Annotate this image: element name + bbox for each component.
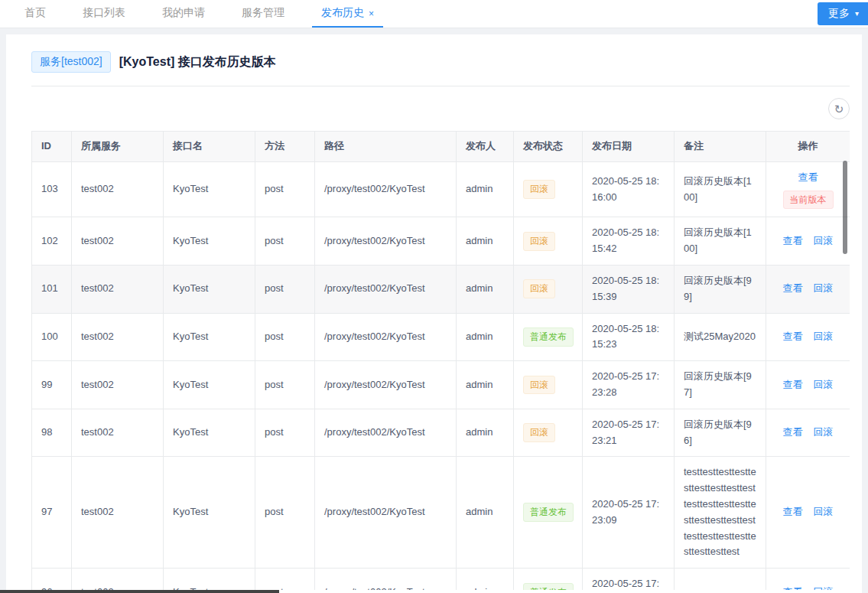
cell-service: test002 (72, 361, 164, 409)
cell-service: test002 (72, 161, 164, 217)
tab[interactable]: 服务管理 (232, 0, 294, 28)
view-link[interactable]: 查看 (798, 170, 818, 186)
column-header: 发布日期 (583, 132, 675, 162)
status-badge: 回滚 (523, 279, 555, 298)
cell-remark: 回滚历史版本[99] (675, 265, 766, 313)
rollback-link[interactable]: 回滚 (814, 377, 834, 393)
cell-actions: 查看 回滚 (766, 313, 850, 361)
tab[interactable]: 接口列表 (73, 0, 135, 28)
column-header: 备注 (675, 132, 766, 162)
view-link[interactable]: 查看 (783, 585, 803, 590)
cell-publisher: admin (457, 457, 514, 569)
rollback-link[interactable]: 回滚 (814, 329, 834, 345)
cell-api-name: KyoTest (164, 409, 255, 457)
cell-path: /proxy/test002/KyoTest (315, 313, 457, 361)
view-link[interactable]: 查看 (783, 233, 803, 249)
cell-date: 2020-05-25 18:16:00 (583, 161, 675, 217)
cell-service: test002 (72, 409, 164, 457)
cell-id: 102 (32, 217, 72, 266)
column-header: 操作 (766, 132, 850, 162)
cell-actions: 查看 回滚 (766, 361, 850, 409)
table-row: 102 test002 KyoTest post /proxy/test002/… (32, 217, 850, 266)
more-button[interactable]: 更多 ▾ (818, 2, 868, 25)
actions-group: 查看 当前版本 (775, 170, 840, 210)
table-header-row: ID所属服务接口名方法路径发布人发布状态发布日期备注操作 (32, 132, 850, 162)
cell-publisher: admin (457, 361, 514, 409)
tab-label: 首页 (24, 6, 46, 20)
cell-method: post (255, 313, 315, 361)
tab[interactable]: 首页 (15, 0, 55, 28)
cell-method: post (255, 409, 315, 457)
more-button-label: 更多 (828, 7, 850, 21)
refresh-button[interactable]: ↻ (828, 98, 850, 119)
actions-group: 查看 回滚 (775, 281, 840, 297)
cell-actions: 查看 当前版本 (766, 161, 850, 217)
cell-path: /proxy/test002/KyoTest (315, 361, 457, 409)
close-icon[interactable]: × (369, 9, 374, 18)
cell-path: /proxy/test002/KyoTest (315, 265, 457, 313)
view-link[interactable]: 查看 (783, 377, 803, 393)
cell-id: 96 (32, 569, 72, 590)
cell-date: 2020-05-25 17:23:09 (583, 457, 675, 569)
tab-label: 接口列表 (83, 6, 125, 20)
card-header: 服务[test002] [KyoTest] 接口发布历史版本 (31, 34, 850, 86)
tab-label: 服务管理 (242, 6, 284, 20)
column-header: 所属服务 (72, 132, 164, 162)
cell-remark (675, 569, 766, 590)
cell-publisher: admin (457, 409, 514, 457)
cell-status: 回滚 (514, 265, 583, 313)
cell-service: test002 (72, 265, 164, 313)
cell-path: /proxy/test002/KyoTest (315, 409, 457, 457)
rollback-link[interactable]: 回滚 (814, 585, 834, 590)
cell-publisher: admin (457, 569, 514, 590)
cell-id: 101 (32, 265, 72, 313)
tab-label: 发布历史 (321, 6, 364, 20)
cell-status: 回滚 (514, 409, 583, 457)
horizontal-scrollbar[interactable] (0, 590, 279, 593)
view-link[interactable]: 查看 (783, 329, 803, 345)
tab-list: 首页 接口列表 我的申请 服务管理 发布历史 × (15, 0, 401, 28)
cell-method: post (255, 161, 315, 217)
column-header: 接口名 (164, 132, 255, 162)
cell-publisher: admin (457, 161, 514, 217)
view-link[interactable]: 查看 (783, 281, 803, 297)
cell-date: 2020-05-25 18:15:42 (583, 217, 675, 266)
cell-method: post (255, 569, 315, 590)
status-badge: 回滚 (523, 180, 555, 199)
cell-status: 普通发布 (514, 313, 583, 361)
cell-method: post (255, 265, 315, 313)
cell-api-name: KyoTest (164, 265, 255, 313)
cell-date: 2020-05-25 17:23:28 (583, 361, 675, 409)
cell-path: /proxy/test002/KyoTest (315, 217, 457, 266)
cell-path: /proxy/test002/KyoTest (315, 457, 457, 569)
tab-label: 我的申请 (162, 6, 205, 20)
tab[interactable]: 我的申请 (153, 0, 214, 28)
rollback-link[interactable]: 回滚 (814, 504, 834, 520)
cell-status: 回滚 (514, 361, 583, 409)
cell-date: 2020-05-25 18:15:39 (583, 265, 675, 313)
table-row: 103 test002 KyoTest post /proxy/test002/… (32, 161, 850, 217)
table-wrap: ID所属服务接口名方法路径发布人发布状态发布日期备注操作 103 test002… (31, 131, 850, 590)
service-tag: 服务[test002] (31, 51, 111, 73)
rollback-link[interactable]: 回滚 (814, 281, 834, 297)
current-version-badge: 当前版本 (783, 191, 834, 210)
cell-service: test002 (72, 313, 164, 361)
column-header: 路径 (315, 132, 457, 162)
cell-api-name: KyoTest (164, 313, 255, 361)
rollback-link[interactable]: 回滚 (814, 425, 834, 441)
vertical-scrollbar[interactable] (843, 161, 847, 254)
tab[interactable]: 发布历史 × (312, 0, 383, 28)
actions-group: 查看 回滚 (775, 377, 840, 393)
status-badge: 回滚 (523, 423, 555, 442)
cell-remark: 测试25May2020 (675, 313, 766, 361)
status-badge: 普通发布 (523, 503, 574, 522)
view-link[interactable]: 查看 (783, 504, 803, 520)
column-header: 发布状态 (514, 132, 583, 162)
view-link[interactable]: 查看 (783, 425, 803, 441)
actions-group: 查看 回滚 (775, 585, 840, 590)
rollback-link[interactable]: 回滚 (814, 233, 834, 249)
actions-group: 查看 回滚 (775, 425, 840, 441)
cell-path: /proxy/test002/KyoTest (315, 569, 457, 590)
history-table: ID所属服务接口名方法路径发布人发布状态发布日期备注操作 103 test002… (31, 131, 850, 590)
cell-path: /proxy/test002/KyoTest (315, 161, 457, 217)
